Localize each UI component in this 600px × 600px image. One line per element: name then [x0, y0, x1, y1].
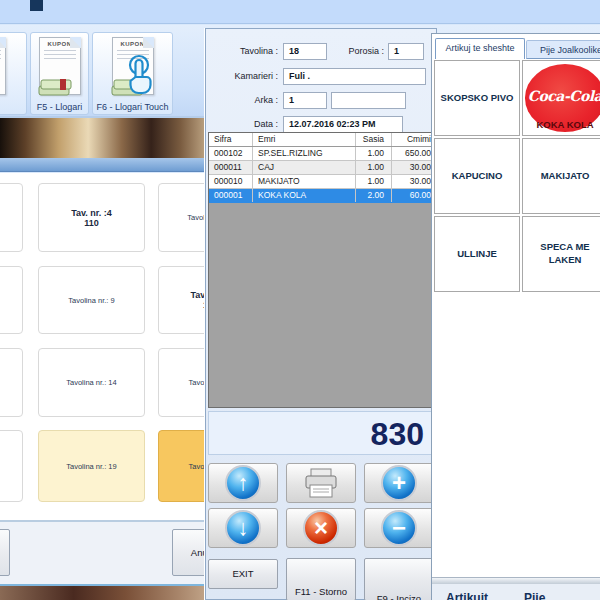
product-koka-kola[interactable]: Coca-Cola KOKA KOLA: [522, 60, 600, 136]
toolbar-button-label: F6 - Llogari Touch: [93, 102, 172, 112]
table-row-selected[interactable]: 000001 KOKA KOLA 2.00 60.00: [209, 189, 434, 203]
table-button-9[interactable]: Tavolina nr.: 9: [38, 266, 145, 334]
bottom-label-pije: Pije: [524, 591, 545, 600]
table-button-partial[interactable]: [0, 266, 23, 334]
kupon-document-icon: KUPON: [0, 37, 6, 95]
porosia-label: Porosia :: [312, 46, 384, 56]
order-panel: Tavolina : 18 Porosia : 1 Kamarieri : Fu…: [205, 28, 437, 600]
bottom-action-bar: Anulo: [0, 520, 210, 584]
product-kapucino[interactable]: KAPUCINO: [434, 138, 520, 214]
section-bar: [0, 158, 210, 172]
arrow-up-icon: ↑: [225, 465, 261, 501]
incizo-button[interactable]: F9 - Incizo: [364, 558, 434, 600]
header-cmimi: Cmimi: [392, 133, 434, 146]
product-speca-me-laken[interactable]: SPECA ME LAKEN: [522, 216, 600, 292]
toolbar-button-f5-llogari[interactable]: KUPON F5 - Llogari: [30, 32, 89, 115]
panel-bottom-strip: Artikujt Pije: [432, 584, 600, 600]
header-sasia: Sasia: [356, 133, 392, 146]
arka-field-2[interactable]: [331, 92, 406, 109]
cancel-icon: ×: [303, 510, 339, 546]
toolbar-button-f6-llogari-touch[interactable]: KUPON F6 - Llogari Touch: [92, 32, 173, 115]
table-button-4[interactable]: Tav. nr. :4 110: [38, 183, 145, 252]
product-ullinje[interactable]: ULLINJE: [434, 216, 520, 292]
titlebar: [0, 0, 600, 24]
table-button-19[interactable]: Tavolina nr.: 19: [38, 430, 145, 502]
cancel-button[interactable]: ×: [286, 508, 356, 548]
table-header-row: Sifra Emri Sasia Cmimi: [209, 133, 434, 147]
add-item-button[interactable]: +: [364, 463, 434, 503]
bottom-button-partial[interactable]: [0, 529, 10, 576]
table-button-partial[interactable]: [0, 430, 23, 502]
touch-hand-icon: [123, 54, 157, 96]
order-items-table: Sifra Emri Sasia Cmimi 000102 SP.SEL.RIZ…: [208, 132, 435, 408]
tables-grid: Tav. nr. :4 110 Tavolina nr.: 9 Tavolina…: [0, 173, 210, 520]
printer-icon: [303, 468, 339, 499]
panel-divider: [432, 577, 600, 584]
header-emri: Emri: [253, 133, 356, 146]
move-up-button[interactable]: ↑: [208, 463, 278, 503]
arka-label: Arka :: [206, 95, 278, 105]
articles-panel: Artikuj te sheshte Pije Joalkoolike SKOP…: [431, 33, 600, 600]
tavolina-label: Tavolina :: [206, 46, 278, 56]
coca-cola-script-text: Coca-Cola: [523, 87, 600, 106]
remove-item-button[interactable]: −: [364, 508, 434, 548]
header-sifra: Sifra: [209, 133, 253, 146]
banner-image: [0, 118, 210, 158]
window-chip: [30, 0, 43, 11]
table-button-14[interactable]: Tavolina nr.: 14: [38, 348, 145, 417]
toolbar-button-partial[interactable]: KUPON Touch: [0, 32, 27, 115]
table-button-partial[interactable]: [0, 183, 23, 252]
data-field[interactable]: 12.07.2016 02:23 PM: [283, 116, 403, 133]
porosia-field[interactable]: 1: [388, 43, 424, 60]
data-label: Data :: [206, 119, 278, 129]
plus-icon: +: [381, 465, 417, 501]
bottom-label-artikujt: Artikujt: [446, 591, 488, 600]
minus-icon: −: [381, 510, 417, 546]
move-down-button[interactable]: ↓: [208, 508, 278, 548]
money-icon: [36, 74, 74, 98]
arrow-down-icon: ↓: [225, 510, 261, 546]
kupon-document-icon: KUPON: [112, 37, 154, 95]
kupon-document-icon: KUPON: [39, 37, 81, 95]
table-button-partial[interactable]: [0, 348, 23, 417]
toolbar-button-label: F5 - Llogari: [31, 102, 88, 112]
desktop-strip: [0, 584, 210, 600]
product-label: KOKA KOLA: [523, 119, 600, 132]
table-row[interactable]: 000102 SP.SEL.RIZLING 1.00 650.00: [209, 147, 434, 161]
tab-pije-joalkoolike[interactable]: Pije Joalkoolike: [526, 40, 600, 59]
table-row[interactable]: 000010 MAKIJATO 1.00 30.00: [209, 175, 434, 189]
table-row[interactable]: 000011 CAJ 1.00 30.00: [209, 161, 434, 175]
storno-button[interactable]: F11 - Storno: [286, 558, 356, 600]
arka-field[interactable]: 1: [283, 92, 327, 109]
exit-button[interactable]: EXIT: [208, 559, 278, 589]
tab-artikuj-te-sheshte[interactable]: Artikuj te sheshte: [435, 38, 525, 59]
print-button[interactable]: [286, 463, 356, 503]
total-display: 830: [208, 411, 435, 455]
product-makijato[interactable]: MAKIJATO: [522, 138, 600, 214]
product-skopsko-pivo[interactable]: SKOPSKO PIVO: [434, 60, 520, 136]
kamarieri-field[interactable]: Fuli .: [283, 68, 426, 85]
toolbar-button-label: Touch: [0, 102, 26, 112]
kamarieri-label: Kamarieri :: [206, 71, 278, 81]
pos-app: KUPON Touch KUPON: [0, 0, 600, 600]
